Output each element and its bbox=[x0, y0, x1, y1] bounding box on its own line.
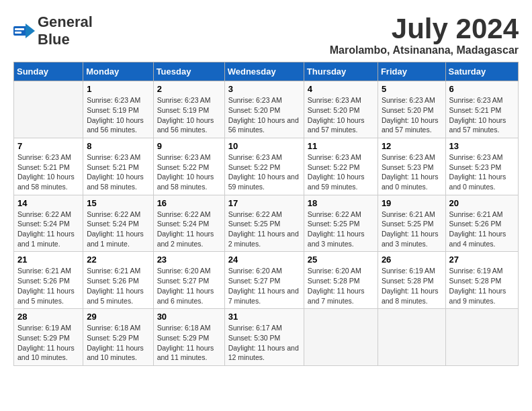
day-number: 13 bbox=[449, 141, 515, 151]
svg-rect-2 bbox=[15, 28, 24, 30]
svg-rect-3 bbox=[15, 32, 21, 34]
calendar-cell: 24Sunrise: 6:20 AMSunset: 5:27 PMDayligh… bbox=[224, 252, 304, 309]
day-number: 3 bbox=[228, 84, 300, 94]
calendar-cell: 28Sunrise: 6:19 AMSunset: 5:29 PMDayligh… bbox=[14, 309, 83, 366]
month-title: July 2024 bbox=[330, 13, 519, 44]
day-number: 14 bbox=[17, 198, 79, 208]
calendar-cell bbox=[304, 309, 378, 366]
calendar-cell bbox=[14, 81, 83, 138]
calendar-cell: 20Sunrise: 6:21 AMSunset: 5:26 PMDayligh… bbox=[445, 195, 518, 252]
calendar-cell: 15Sunrise: 6:22 AMSunset: 5:24 PMDayligh… bbox=[83, 195, 153, 252]
day-number: 16 bbox=[157, 198, 221, 208]
day-number: 28 bbox=[17, 312, 79, 322]
calendar-cell: 17Sunrise: 6:22 AMSunset: 5:25 PMDayligh… bbox=[224, 195, 304, 252]
cell-info: Sunrise: 6:17 AMSunset: 5:30 PMDaylight:… bbox=[228, 323, 300, 363]
day-number: 12 bbox=[382, 141, 442, 151]
calendar-cell: 31Sunrise: 6:17 AMSunset: 5:30 PMDayligh… bbox=[224, 309, 304, 366]
cell-info: Sunrise: 6:23 AMSunset: 5:22 PMDaylight:… bbox=[228, 152, 300, 192]
weekday-header-friday: Friday bbox=[378, 62, 445, 81]
calendar-cell: 6Sunrise: 6:23 AMSunset: 5:21 PMDaylight… bbox=[445, 81, 518, 138]
logo-icon bbox=[13, 24, 35, 38]
logo: General Blue bbox=[13, 13, 93, 48]
calendar-week-row: 28Sunrise: 6:19 AMSunset: 5:29 PMDayligh… bbox=[14, 309, 519, 366]
day-number: 20 bbox=[449, 198, 515, 208]
calendar-cell: 4Sunrise: 6:23 AMSunset: 5:20 PMDaylight… bbox=[304, 81, 378, 138]
calendar-cell bbox=[378, 309, 445, 366]
calendar-cell: 7Sunrise: 6:23 AMSunset: 5:21 PMDaylight… bbox=[14, 138, 83, 195]
cell-info: Sunrise: 6:21 AMSunset: 5:26 PMDaylight:… bbox=[87, 266, 149, 306]
calendar-cell bbox=[445, 309, 518, 366]
cell-info: Sunrise: 6:23 AMSunset: 5:23 PMDaylight:… bbox=[382, 152, 442, 192]
day-number: 5 bbox=[382, 84, 442, 94]
weekday-header-tuesday: Tuesday bbox=[153, 62, 224, 81]
day-number: 6 bbox=[449, 84, 515, 94]
day-number: 11 bbox=[308, 141, 374, 151]
day-number: 30 bbox=[157, 312, 221, 322]
day-number: 26 bbox=[382, 255, 442, 265]
calendar-cell: 12Sunrise: 6:23 AMSunset: 5:23 PMDayligh… bbox=[378, 138, 445, 195]
day-number: 25 bbox=[308, 255, 374, 265]
title-section: July 2024 Marolambo, Atsinanana, Madagas… bbox=[330, 13, 519, 56]
cell-info: Sunrise: 6:23 AMSunset: 5:23 PMDaylight:… bbox=[449, 152, 515, 192]
calendar-table: SundayMondayTuesdayWednesdayThursdayFrid… bbox=[13, 62, 519, 366]
calendar-cell: 25Sunrise: 6:20 AMSunset: 5:28 PMDayligh… bbox=[304, 252, 378, 309]
day-number: 4 bbox=[308, 84, 374, 94]
calendar-cell: 14Sunrise: 6:22 AMSunset: 5:24 PMDayligh… bbox=[14, 195, 83, 252]
weekday-header-saturday: Saturday bbox=[445, 62, 518, 81]
cell-info: Sunrise: 6:19 AMSunset: 5:29 PMDaylight:… bbox=[17, 323, 79, 363]
cell-info: Sunrise: 6:22 AMSunset: 5:24 PMDaylight:… bbox=[87, 210, 149, 249]
cell-info: Sunrise: 6:23 AMSunset: 5:20 PMDaylight:… bbox=[308, 95, 374, 135]
calendar-cell: 16Sunrise: 6:22 AMSunset: 5:24 PMDayligh… bbox=[153, 195, 224, 252]
cell-info: Sunrise: 6:23 AMSunset: 5:20 PMDaylight:… bbox=[382, 95, 442, 135]
day-number: 23 bbox=[157, 255, 221, 265]
calendar-cell: 11Sunrise: 6:23 AMSunset: 5:22 PMDayligh… bbox=[304, 138, 378, 195]
calendar-cell: 18Sunrise: 6:22 AMSunset: 5:25 PMDayligh… bbox=[304, 195, 378, 252]
calendar-week-row: 7Sunrise: 6:23 AMSunset: 5:21 PMDaylight… bbox=[14, 138, 519, 195]
cell-info: Sunrise: 6:23 AMSunset: 5:21 PMDaylight:… bbox=[17, 152, 79, 192]
calendar-week-row: 21Sunrise: 6:21 AMSunset: 5:26 PMDayligh… bbox=[14, 252, 519, 309]
logo-general: General bbox=[38, 13, 93, 30]
day-number: 22 bbox=[87, 255, 149, 265]
weekday-header-sunday: Sunday bbox=[14, 62, 83, 81]
day-number: 18 bbox=[308, 198, 374, 208]
day-number: 1 bbox=[87, 84, 149, 94]
calendar-cell: 30Sunrise: 6:18 AMSunset: 5:29 PMDayligh… bbox=[153, 309, 224, 366]
calendar-week-row: 14Sunrise: 6:22 AMSunset: 5:24 PMDayligh… bbox=[14, 195, 519, 252]
calendar-cell: 13Sunrise: 6:23 AMSunset: 5:23 PMDayligh… bbox=[445, 138, 518, 195]
calendar-cell: 10Sunrise: 6:23 AMSunset: 5:22 PMDayligh… bbox=[224, 138, 304, 195]
day-number: 27 bbox=[449, 255, 515, 265]
cell-info: Sunrise: 6:18 AMSunset: 5:29 PMDaylight:… bbox=[157, 323, 221, 363]
cell-info: Sunrise: 6:23 AMSunset: 5:21 PMDaylight:… bbox=[87, 152, 149, 192]
calendar-cell: 22Sunrise: 6:21 AMSunset: 5:26 PMDayligh… bbox=[83, 252, 153, 309]
calendar-cell: 19Sunrise: 6:21 AMSunset: 5:25 PMDayligh… bbox=[378, 195, 445, 252]
cell-info: Sunrise: 6:23 AMSunset: 5:21 PMDaylight:… bbox=[449, 95, 515, 135]
calendar-cell: 27Sunrise: 6:19 AMSunset: 5:28 PMDayligh… bbox=[445, 252, 518, 309]
day-number: 2 bbox=[157, 84, 221, 94]
cell-info: Sunrise: 6:19 AMSunset: 5:28 PMDaylight:… bbox=[382, 266, 442, 306]
weekday-header-thursday: Thursday bbox=[304, 62, 378, 81]
calendar-cell: 26Sunrise: 6:19 AMSunset: 5:28 PMDayligh… bbox=[378, 252, 445, 309]
calendar-cell: 1Sunrise: 6:23 AMSunset: 5:19 PMDaylight… bbox=[83, 81, 153, 138]
cell-info: Sunrise: 6:18 AMSunset: 5:29 PMDaylight:… bbox=[87, 323, 149, 363]
day-number: 31 bbox=[228, 312, 300, 322]
day-number: 15 bbox=[87, 198, 149, 208]
cell-info: Sunrise: 6:20 AMSunset: 5:27 PMDaylight:… bbox=[228, 266, 300, 306]
day-number: 29 bbox=[87, 312, 149, 322]
cell-info: Sunrise: 6:22 AMSunset: 5:25 PMDaylight:… bbox=[228, 210, 300, 249]
calendar-cell: 9Sunrise: 6:23 AMSunset: 5:22 PMDaylight… bbox=[153, 138, 224, 195]
weekday-header-wednesday: Wednesday bbox=[224, 62, 304, 81]
cell-info: Sunrise: 6:23 AMSunset: 5:22 PMDaylight:… bbox=[157, 152, 221, 192]
day-number: 10 bbox=[228, 141, 300, 151]
cell-info: Sunrise: 6:23 AMSunset: 5:19 PMDaylight:… bbox=[157, 95, 221, 135]
day-number: 24 bbox=[228, 255, 300, 265]
calendar-cell: 3Sunrise: 6:23 AMSunset: 5:20 PMDaylight… bbox=[224, 81, 304, 138]
cell-info: Sunrise: 6:23 AMSunset: 5:19 PMDaylight:… bbox=[87, 95, 149, 135]
calendar-cell: 23Sunrise: 6:20 AMSunset: 5:27 PMDayligh… bbox=[153, 252, 224, 309]
cell-info: Sunrise: 6:19 AMSunset: 5:28 PMDaylight:… bbox=[449, 266, 515, 306]
cell-info: Sunrise: 6:20 AMSunset: 5:27 PMDaylight:… bbox=[157, 266, 221, 306]
day-number: 8 bbox=[87, 141, 149, 151]
svg-marker-1 bbox=[26, 24, 35, 38]
day-number: 9 bbox=[157, 141, 221, 151]
day-number: 21 bbox=[17, 255, 79, 265]
calendar-cell: 5Sunrise: 6:23 AMSunset: 5:20 PMDaylight… bbox=[378, 81, 445, 138]
